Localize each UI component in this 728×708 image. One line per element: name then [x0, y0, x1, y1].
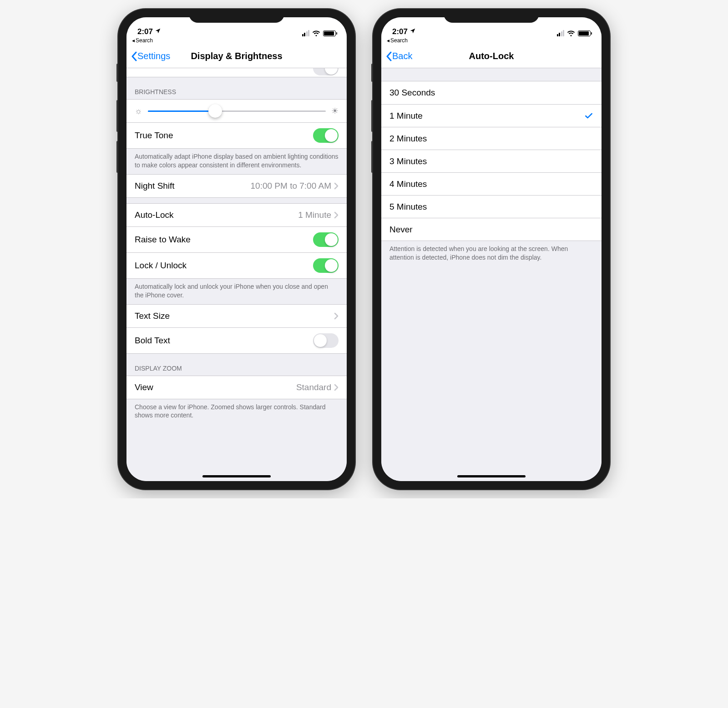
chevron-right-icon	[334, 182, 339, 190]
cellular-signal-icon	[557, 30, 565, 36]
truetone-label: True Tone	[135, 131, 313, 141]
autolock-option-row[interactable]: 1 Minute	[381, 104, 602, 127]
autolock-option-row[interactable]: 3 Minutes	[381, 150, 602, 172]
lockunlock-toggle[interactable]	[313, 258, 339, 273]
slider-fill	[148, 110, 216, 112]
lockunlock-footer: Automatically lock and unlock your iPhon…	[126, 279, 347, 304]
chevron-right-icon	[334, 384, 339, 391]
raise-label: Raise to Wake	[135, 235, 313, 245]
sun-max-icon: ☀	[331, 106, 339, 116]
option-label: 1 Minute	[389, 111, 584, 121]
breadcrumb-label: Search	[390, 37, 408, 44]
phone-right: 2:07 ◂ Search Back Auto-Lock	[373, 9, 610, 489]
home-indicator[interactable]	[202, 475, 271, 477]
toggle-peek	[313, 68, 339, 75]
autolock-detail: 1 Minute	[298, 210, 331, 220]
nightshift-detail: 10:00 PM to 7:00 AM	[251, 181, 331, 191]
view-detail: Standard	[296, 382, 331, 392]
bold-text-row: Bold Text	[126, 327, 347, 353]
content-left: BRIGHTNESS ☼ ☀ True Tone Automatically a…	[126, 68, 347, 481]
option-label: 5 Minutes	[389, 202, 593, 212]
wifi-icon	[312, 30, 320, 36]
option-label: Never	[389, 225, 593, 235]
screen-left: 2:07 ◂ Search Settings Display & B	[126, 17, 347, 481]
nav-back-label: Settings	[137, 51, 170, 61]
nav-bar: Settings Display & Brightness	[126, 45, 347, 68]
autolock-option-row[interactable]: 5 Minutes	[381, 195, 602, 218]
screen-right: 2:07 ◂ Search Back Auto-Lock	[381, 17, 602, 481]
option-label: 2 Minutes	[389, 134, 593, 144]
nightshift-row[interactable]: Night Shift 10:00 PM to 7:00 AM	[126, 175, 347, 197]
option-label: 3 Minutes	[389, 156, 593, 166]
chevron-right-icon	[334, 312, 339, 320]
battery-icon	[323, 30, 336, 36]
cellular-signal-icon	[302, 30, 310, 36]
nightshift-label: Night Shift	[135, 181, 251, 191]
brightness-header: BRIGHTNESS	[126, 77, 347, 99]
view-label: View	[135, 382, 296, 392]
location-arrow-icon	[155, 27, 161, 36]
breadcrumb[interactable]: ◂ Search	[126, 37, 347, 45]
brightness-slider[interactable]	[148, 110, 326, 112]
previous-row-peek	[126, 68, 347, 77]
raise-toggle[interactable]	[313, 232, 339, 247]
slider-thumb[interactable]	[208, 104, 222, 118]
sun-min-icon: ☼	[135, 106, 142, 116]
status-time: 2:07	[392, 27, 408, 36]
truetone-footer: Automatically adapt iPhone display based…	[126, 149, 347, 174]
phone-left: 2:07 ◂ Search Settings Display & B	[118, 9, 355, 489]
status-time: 2:07	[137, 27, 153, 36]
view-row[interactable]: View Standard	[126, 376, 347, 399]
battery-icon	[578, 30, 591, 36]
nav-back-label: Back	[392, 51, 412, 61]
wifi-icon	[567, 30, 575, 36]
zoom-footer: Choose a view for iPhone. Zoomed shows l…	[126, 399, 347, 425]
notch	[189, 9, 284, 23]
raise-to-wake-row: Raise to Wake	[126, 226, 347, 252]
textsize-label: Text Size	[135, 311, 334, 321]
nav-back-button[interactable]: Back	[386, 51, 412, 61]
autolock-option-row[interactable]: 4 Minutes	[381, 172, 602, 195]
autolock-option-row[interactable]: 30 Seconds	[381, 81, 602, 104]
truetone-toggle[interactable]	[313, 128, 339, 143]
checkmark-icon	[584, 111, 593, 121]
option-label: 4 Minutes	[389, 179, 593, 189]
brightness-slider-row: ☼ ☀	[126, 100, 347, 122]
lockunlock-label: Lock / Unlock	[135, 261, 313, 271]
chevron-right-icon	[334, 211, 339, 219]
boldtext-label: Bold Text	[135, 336, 313, 346]
autolock-option-row[interactable]: Never	[381, 218, 602, 241]
zoom-header: DISPLAY ZOOM	[126, 354, 347, 376]
notch	[444, 9, 539, 23]
autolock-footer: Attention is detected when you are looki…	[381, 241, 602, 266]
autolock-label: Auto-Lock	[135, 210, 298, 220]
truetone-row: True Tone	[126, 122, 347, 148]
location-arrow-icon	[410, 27, 416, 36]
breadcrumb[interactable]: ◂ Search	[381, 37, 602, 45]
back-caret-icon: ◂	[387, 37, 389, 44]
nav-back-button[interactable]: Settings	[131, 51, 170, 61]
content-right: 30 Seconds1 Minute2 Minutes3 Minutes4 Mi…	[381, 68, 602, 481]
autolock-option-row[interactable]: 2 Minutes	[381, 127, 602, 150]
home-indicator[interactable]	[457, 475, 526, 477]
back-caret-icon: ◂	[132, 37, 135, 44]
breadcrumb-label: Search	[136, 37, 153, 44]
nav-bar: Back Auto-Lock	[381, 45, 602, 68]
autolock-row[interactable]: Auto-Lock 1 Minute	[126, 204, 347, 226]
lock-unlock-row: Lock / Unlock	[126, 252, 347, 278]
option-label: 30 Seconds	[389, 88, 593, 98]
nav-title: Auto-Lock	[381, 51, 602, 61]
boldtext-toggle[interactable]	[313, 333, 339, 348]
text-size-row[interactable]: Text Size	[126, 305, 347, 327]
